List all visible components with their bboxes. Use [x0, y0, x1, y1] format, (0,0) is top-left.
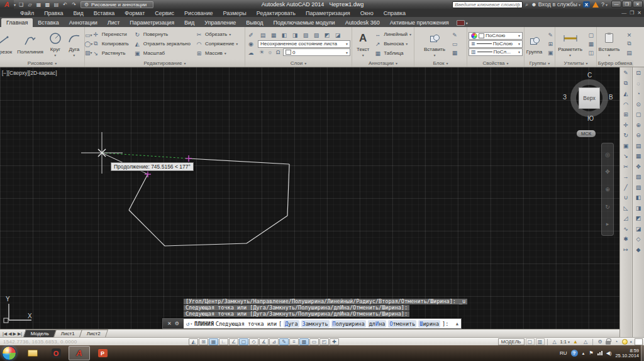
redo-button[interactable]: ↷	[70, 1, 78, 8]
stretch-tool[interactable]: ↘	[621, 152, 631, 160]
ribbon-tab[interactable]: Вставка	[33, 18, 64, 27]
view-front-tool[interactable]: ◩	[634, 214, 643, 223]
show-hidden-icons[interactable]: ▲	[582, 352, 586, 355]
recent-commands-icon[interactable]: ↺▾	[186, 321, 192, 327]
layer-unisolate-button[interactable]: ◨	[290, 31, 300, 40]
doc-close-button[interactable]: ✕	[637, 10, 641, 16]
app-menu-arrow-icon[interactable]: ▾	[14, 3, 16, 7]
workspace-switch-icon[interactable]: ⚙	[596, 338, 604, 345]
copy-clip-button[interactable]: ⧉	[625, 40, 633, 48]
model-icon[interactable]: ▢	[526, 338, 535, 345]
linetype-dropdown[interactable]: ▥ ПоСл...▾	[469, 48, 523, 56]
signin-button[interactable]: ☻ Вход в службы ▾	[531, 1, 580, 8]
clean-screen-button[interactable]	[635, 338, 643, 345]
layer-off-button[interactable]: ▨	[311, 31, 321, 40]
selection-cycling-toggle[interactable]: ◰	[319, 338, 329, 345]
viewport-controls[interactable]: [−][Сверху][2D-каркас]	[2, 70, 57, 76]
active-apps-icon[interactable]: ▾	[457, 20, 468, 26]
ribbon-tab[interactable]: Аннотации	[64, 18, 103, 27]
quick-calculator-button[interactable]: ▦	[587, 40, 596, 48]
zoom-object-tool[interactable]: ▢	[634, 110, 643, 119]
transparency-toggle[interactable]: ▩	[299, 338, 309, 345]
language-indicator[interactable]: RU	[560, 350, 567, 356]
layer-isolate-button[interactable]: ◧	[279, 31, 289, 40]
line-button[interactable]: Отрезок	[0, 33, 14, 55]
move-tool[interactable]: ✛	[621, 121, 631, 130]
network-icon[interactable]	[597, 351, 602, 355]
layer-lock-button[interactable]: ◩	[322, 31, 332, 40]
manage-attributes-button[interactable]: ▦	[450, 48, 459, 57]
isolate-objects-button[interactable]: ◉	[247, 40, 255, 48]
command-expand-icon[interactable]: ▲	[456, 321, 458, 326]
measure-button[interactable]: Разметить▾	[556, 31, 584, 57]
move-button[interactable]: ✛ Перенести ▾	[92, 30, 129, 38]
menu-item[interactable]: Окно	[355, 10, 379, 16]
copy-button[interactable]: ⧉ Копировать ▾	[92, 40, 129, 48]
clock[interactable]: 8:59 25.10.2014	[615, 348, 639, 358]
panel-label-layers[interactable]: Слои▾	[245, 59, 352, 67]
doc-restore-button[interactable]: ❐	[630, 10, 634, 16]
menu-item[interactable]: Файл	[15, 10, 39, 16]
command-option-chip[interactable]: Отменить	[388, 320, 416, 328]
view-right-tool[interactable]: ◨	[634, 204, 643, 213]
fillet-tool[interactable]: ◿	[621, 214, 631, 223]
autodesk360-icon[interactable]	[592, 2, 599, 8]
saveas-button[interactable]: ▩	[43, 1, 52, 8]
paste-special-button[interactable]: ▤	[625, 48, 633, 57]
zoom-dynamic-tool[interactable]: ◌	[634, 79, 643, 88]
plot-button[interactable]: ▤	[52, 1, 60, 8]
command-customize-icon[interactable]: ⚙	[175, 321, 179, 326]
taskbar-explorer[interactable]	[22, 346, 43, 360]
exchange-apps-icon[interactable]: X	[583, 1, 590, 8]
ribbon-tab[interactable]: Главная	[1, 18, 33, 27]
navigation-bar[interactable]: ◎✥⊕↻▸	[601, 143, 614, 236]
blend-curves-tool[interactable]: ∿	[621, 225, 631, 233]
command-bar-grip[interactable]: ✕ ⚙	[163, 319, 184, 328]
paste-button[interactable]: Вставить▾	[597, 31, 622, 57]
annotation-visibility-icon[interactable]: ▲	[571, 338, 580, 345]
command-close-icon[interactable]: ✕	[167, 321, 172, 326]
show-desktop-button[interactable]	[641, 345, 644, 361]
scale-button[interactable]: ▣ Масштаб ▾	[133, 49, 191, 57]
model-space-button[interactable]: МОДЕЛЬ	[498, 338, 525, 345]
command-option-chip[interactable]: Полуширина	[331, 320, 366, 328]
lock-ui-icon[interactable]	[606, 341, 611, 345]
action-center-icon[interactable]: ⚑	[589, 350, 593, 356]
minimize-button[interactable]: —	[611, 1, 621, 8]
revision-cloud-button[interactable]: ☁	[247, 48, 255, 57]
snap-mode-toggle[interactable]: ⊞	[199, 338, 208, 345]
panel-label-block[interactable]: Блок▾	[414, 59, 467, 67]
panel-label-properties[interactable]: Свойства▾	[467, 59, 524, 67]
dynamic-ucs-toggle[interactable]: ⊿	[269, 338, 279, 345]
undo-button[interactable]: ↶	[61, 1, 69, 8]
ungroup-button[interactable]: ✎	[546, 31, 555, 39]
quick-select-button[interactable]: ▢	[587, 31, 596, 39]
menu-item[interactable]: Вставка	[89, 10, 119, 16]
command-option-chip[interactable]: Ширина	[418, 320, 440, 328]
ribbon-tab[interactable]: Лист	[103, 18, 125, 27]
menu-item[interactable]: Редактировать	[252, 10, 301, 16]
panel-label-modify[interactable]: Редактирование▾	[85, 59, 245, 67]
menu-item[interactable]: Рисование	[179, 10, 218, 16]
pan-tool[interactable]: ✥	[634, 162, 643, 171]
wcs-menu[interactable]: МСК	[577, 130, 596, 137]
lineweight-dropdown[interactable]: ≣ ПоСлою▾	[469, 40, 523, 48]
volume-icon[interactable]: ◀)	[606, 350, 612, 356]
viewcube-west[interactable]: З	[563, 94, 567, 101]
stretch-button[interactable]: ↘ Растянуть ▾	[92, 49, 129, 57]
layer-state-button[interactable]: ▦	[269, 31, 279, 40]
array-button[interactable]: ⊞ Массив ▾	[195, 49, 238, 57]
dimension-button[interactable]: ↔ Линейный▾	[374, 30, 411, 38]
taskbar-opera[interactable]: O	[45, 346, 67, 360]
drawing-canvas[interactable]: YX [−][Сверху][2D-каркас] Верх С Ю З В М…	[0, 67, 619, 329]
orbit-icon[interactable]: ↻	[605, 204, 610, 210]
layer-on-icon[interactable]: ☀	[258, 48, 265, 57]
circle-button[interactable]: Круг▾	[47, 31, 64, 57]
view-top-tool[interactable]: ▧	[634, 172, 643, 181]
menu-item[interactable]: Размеры	[218, 10, 251, 16]
create-block-button[interactable]: ▭	[450, 40, 459, 48]
viewcube-south[interactable]: Ю	[587, 115, 594, 122]
quick-properties-toggle[interactable]: ▭	[309, 338, 319, 345]
break-tool[interactable]: ╱	[621, 183, 631, 192]
taskbar-autocad[interactable]: A	[69, 346, 90, 360]
